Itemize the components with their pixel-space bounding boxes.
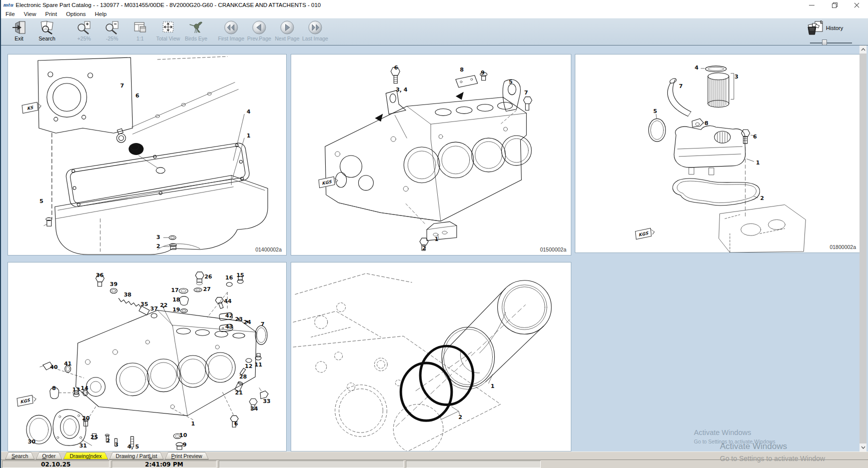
tab-search[interactable]: Search bbox=[5, 452, 35, 460]
part-callout[interactable]: 25 bbox=[91, 434, 98, 440]
scroll-down-button[interactable] bbox=[859, 444, 866, 452]
part-callout[interactable]: 1 bbox=[191, 420, 195, 427]
part-callout[interactable]: 1 bbox=[756, 159, 760, 166]
part-callout[interactable]: 1 bbox=[435, 236, 439, 242]
next-page-button[interactable]: Next Page bbox=[273, 18, 301, 44]
menu-print[interactable]: Print bbox=[41, 11, 62, 17]
menu-options[interactable]: Options bbox=[62, 11, 91, 17]
part-callout[interactable]: 42 bbox=[225, 312, 233, 318]
first-image-button[interactable]: First Image bbox=[217, 18, 245, 44]
minimize-button[interactable] bbox=[800, 0, 823, 10]
part-callout[interactable]: 17 bbox=[171, 286, 179, 293]
menu-file[interactable]: File bbox=[1, 11, 20, 17]
part-callout[interactable]: 33 bbox=[263, 398, 270, 404]
vertical-scrollbar[interactable] bbox=[859, 46, 866, 452]
tab-order[interactable]: Order bbox=[36, 452, 62, 460]
drawing-panel-oil-pan[interactable]: 7641532 01400002a KS bbox=[8, 54, 287, 256]
part-callout[interactable]: 22 bbox=[160, 302, 168, 308]
zoom-out-button[interactable]: -25% bbox=[98, 18, 126, 44]
tab-drawing-index[interactable]: Drawing Index bbox=[63, 452, 108, 460]
part-callout[interactable]: 10 bbox=[180, 432, 187, 438]
part-callout[interactable]: 7 bbox=[679, 83, 683, 90]
search-button[interactable]: Search bbox=[33, 18, 61, 44]
part-callout[interactable]: 37 bbox=[150, 306, 158, 312]
drawing-panel-cylinder-liner[interactable]: 12 bbox=[291, 262, 571, 452]
part-callout[interactable]: 5 bbox=[653, 108, 657, 114]
part-callout[interactable]: 8 bbox=[704, 120, 708, 126]
part-callout[interactable]: 4 bbox=[247, 108, 251, 115]
part-callout[interactable]: 7 bbox=[261, 320, 265, 327]
part-callout[interactable]: 6 bbox=[136, 92, 140, 99]
part-callout[interactable]: 15 bbox=[237, 272, 244, 278]
part-callout[interactable]: 2 bbox=[156, 242, 160, 249]
part-callout[interactable]: 16 bbox=[225, 274, 233, 281]
scroll-up-button[interactable] bbox=[859, 46, 866, 54]
part-callout[interactable]: 41 bbox=[64, 360, 72, 366]
drawing-panel-crankcase-parts[interactable]: 3639383537221718192627444243232416157121… bbox=[8, 262, 287, 452]
close-button[interactable] bbox=[845, 0, 868, 10]
exit-button[interactable]: Exit bbox=[5, 18, 33, 44]
menu-view[interactable]: View bbox=[20, 11, 41, 17]
part-callout[interactable]: 4, 5 bbox=[128, 443, 139, 450]
part-callout[interactable]: 35 bbox=[141, 300, 148, 307]
part-callout[interactable]: 5 bbox=[509, 78, 513, 85]
drawing-panel-oil-filter[interactable]: 43758612 01800002a KGS bbox=[575, 54, 861, 253]
part-callout[interactable]: 31 bbox=[79, 442, 87, 448]
part-callout[interactable]: 38 bbox=[124, 292, 131, 298]
part-callout[interactable]: 1 bbox=[247, 132, 251, 139]
part-callout[interactable]: 4 bbox=[694, 64, 698, 70]
part-callout[interactable]: 1 bbox=[491, 382, 495, 389]
part-callout[interactable]: 43 bbox=[225, 324, 233, 330]
part-callout[interactable]: 39 bbox=[110, 281, 118, 288]
part-callout[interactable]: 11 bbox=[255, 361, 262, 368]
part-callout[interactable]: 2 bbox=[760, 195, 764, 202]
part-callout[interactable]: 20 bbox=[82, 415, 90, 422]
tab-drawing-part-list[interactable]: Drawing / Part List bbox=[109, 452, 164, 460]
part-callout[interactable]: 3 bbox=[115, 441, 119, 448]
part-callout[interactable]: 2 bbox=[106, 438, 110, 444]
part-callout[interactable]: 3, 4 bbox=[396, 86, 407, 93]
part-callout[interactable]: 6 bbox=[753, 134, 757, 140]
part-callout[interactable]: 2 bbox=[422, 244, 426, 251]
part-callout[interactable]: 9 bbox=[481, 70, 485, 76]
chevron-down-icon bbox=[861, 446, 865, 449]
part-callout[interactable]: 8 bbox=[52, 384, 56, 391]
part-callout[interactable]: 9 bbox=[183, 441, 187, 448]
birds-eye-button[interactable]: Birds Eye bbox=[182, 18, 210, 44]
part-callout[interactable]: 3 bbox=[156, 234, 160, 240]
part-callout[interactable]: 23 bbox=[235, 316, 243, 322]
history-button[interactable] bbox=[807, 20, 824, 38]
part-callout[interactable]: 44 bbox=[224, 298, 232, 304]
part-callout[interactable]: 28 bbox=[239, 374, 247, 380]
part-callout[interactable]: 18 bbox=[173, 296, 180, 302]
part-callout[interactable]: 19 bbox=[173, 306, 180, 313]
part-callout[interactable]: 7 bbox=[524, 90, 528, 96]
part-callout[interactable]: 14 bbox=[81, 384, 88, 391]
tab-print-preview[interactable]: Print Preview bbox=[165, 452, 209, 460]
part-callout[interactable]: 6 bbox=[234, 420, 238, 427]
part-callout[interactable]: 5 bbox=[40, 198, 44, 204]
part-callout[interactable]: 12 bbox=[245, 363, 252, 370]
part-callout[interactable]: 40 bbox=[50, 364, 58, 370]
part-callout[interactable]: 27 bbox=[203, 286, 211, 292]
part-callout[interactable]: 13 bbox=[73, 386, 80, 393]
part-callout[interactable]: 26 bbox=[205, 274, 212, 280]
part-callout[interactable]: 3 bbox=[734, 73, 738, 80]
part-callout[interactable]: 8 bbox=[460, 66, 464, 73]
last-image-button[interactable]: Last Image bbox=[301, 18, 329, 44]
part-callout[interactable]: 6 bbox=[394, 64, 398, 71]
zoom-in-button[interactable]: +25% bbox=[70, 18, 98, 44]
one-to-one-button[interactable]: 1:1 bbox=[126, 18, 154, 44]
drawing-panel-crankcase-mounting[interactable]: 63, 4895712 01500002a KGS bbox=[291, 54, 571, 256]
total-view-button[interactable]: Total View bbox=[154, 18, 182, 44]
restore-button[interactable] bbox=[823, 0, 845, 10]
prev-page-button[interactable]: Prev.Page bbox=[245, 18, 273, 44]
part-callout[interactable]: 36 bbox=[96, 272, 104, 278]
part-callout[interactable]: 34 bbox=[250, 406, 258, 412]
part-callout[interactable]: 7 bbox=[120, 82, 124, 89]
menu-help[interactable]: Help bbox=[91, 11, 112, 17]
part-callout[interactable]: 30 bbox=[28, 438, 36, 445]
part-callout[interactable]: 21 bbox=[235, 390, 243, 396]
part-callout[interactable]: 24 bbox=[244, 318, 251, 325]
part-callout[interactable]: 2 bbox=[458, 414, 462, 420]
